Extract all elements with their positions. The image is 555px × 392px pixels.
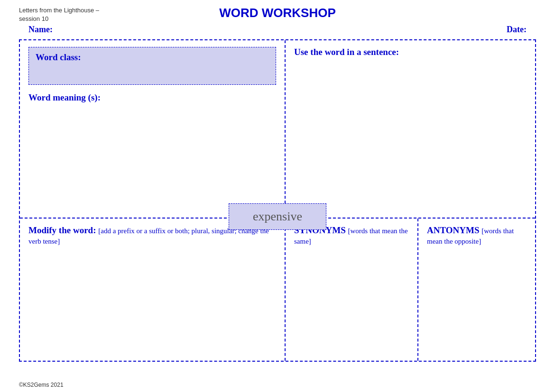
- header-spacer: Letters from the Lighthouse – session 10: [19, 6, 114, 23]
- footer-copyright: ©KS2Gems 2021: [19, 382, 64, 388]
- header-row: Letters from the Lighthouse – session 10…: [19, 6, 536, 23]
- antonyms-label: ANTONYMS [words that mean the opposite]: [427, 225, 527, 246]
- focus-word-box: expensive: [229, 203, 326, 230]
- word-meaning-label: Word meaning (s):: [28, 92, 276, 103]
- modify-title: Modify the word:: [28, 225, 96, 235]
- word-class-input-area[interactable]: [36, 63, 269, 80]
- synonyms-panel: SYNONYMS [words that mean the same]: [286, 219, 418, 361]
- word-class-box: Word class:: [28, 47, 276, 85]
- use-sentence-label: Use the word in a sentence:: [294, 47, 527, 57]
- name-label: Name:: [28, 25, 53, 35]
- modify-panel: Modify the word: [add a prefix or a suff…: [20, 219, 286, 361]
- right-panel: Use the word in a sentence:: [286, 40, 535, 218]
- page: Letters from the Lighthouse – session 10…: [0, 0, 555, 392]
- date-label: Date:: [507, 25, 527, 35]
- left-panel: Word class: Word meaning (s):: [20, 40, 286, 218]
- antonyms-panel: ANTONYMS [words that mean the opposite]: [418, 219, 535, 361]
- focus-word: expensive: [253, 210, 302, 223]
- top-section: Word class: Word meaning (s): Use the wo…: [20, 40, 535, 219]
- antonyms-title: ANTONYMS: [427, 225, 480, 235]
- main-title: WORD WORKSHOP: [114, 6, 441, 20]
- bottom-section: Modify the word: [add a prefix or a suff…: [20, 219, 535, 361]
- word-class-label: Word class:: [36, 52, 81, 62]
- name-date-row: Name: Date:: [19, 25, 536, 35]
- subtitle: Letters from the Lighthouse – session 10: [19, 7, 99, 22]
- worksheet-container: Word class: Word meaning (s): Use the wo…: [19, 39, 536, 362]
